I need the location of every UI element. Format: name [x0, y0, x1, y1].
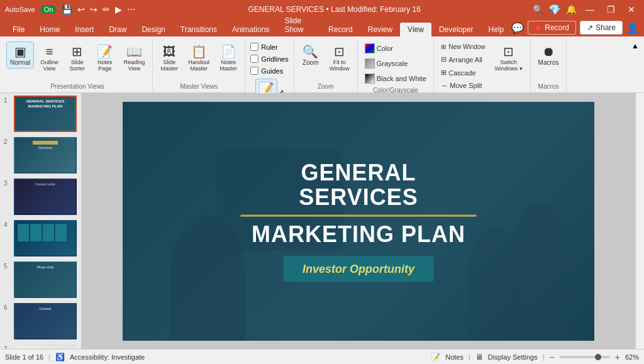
slide-img-5[interactable]: Photo slide [14, 262, 77, 298]
ribbon-collapse-btn[interactable]: ▲ [629, 39, 641, 92]
tab-help[interactable]: Help [481, 23, 512, 36]
guides-checkbox[interactable] [250, 67, 258, 75]
slide-thumb-1[interactable]: 1 GENERAL SERVICESMARKETING PLAN [0, 93, 81, 135]
tab-review[interactable]: Review [360, 23, 400, 36]
presentation-views-items: ▣ Normal ≡ OutlineView ⊞ SlideSorter 📝 N… [6, 40, 148, 83]
slide-thumb-4[interactable]: 4 [0, 218, 81, 259]
macros-btn[interactable]: ⏺ Macros [535, 41, 563, 69]
ribbon-group-color-grayscale: Color Grayscale Black and White Color/Gr… [358, 39, 434, 92]
fit-to-window-btn[interactable]: ⊡ Fit toWindow [326, 41, 353, 74]
move-split-btn[interactable]: ↔ Move Split [438, 80, 488, 91]
tab-file[interactable]: File [5, 23, 32, 36]
minimize-btn[interactable]: — [582, 3, 598, 16]
record-button[interactable]: ⏺ Record [528, 21, 576, 35]
cascade-btn[interactable]: ⊞ Cascade [438, 67, 488, 79]
slide-4-content [15, 221, 75, 244]
notes-page-btn[interactable]: 📝 NotesPage [92, 41, 118, 74]
grayscale-btn[interactable]: Grayscale [362, 57, 411, 70]
user-icon[interactable]: 👤 [626, 22, 639, 34]
slide-canvas[interactable]: GENERAL SERVICES MARKETING PLAN Investor… [123, 102, 594, 341]
tab-slideshow[interactable]: Slide Show [277, 14, 321, 36]
tab-insert[interactable]: Insert [67, 23, 101, 36]
slide-thumb-2[interactable]: 2 Overview [0, 135, 81, 176]
switch-windows-icon: ⊡ [503, 44, 514, 59]
zoom-slider[interactable] [560, 356, 610, 358]
slide-sorter-btn[interactable]: ⊞ SlideSorter [65, 41, 90, 74]
zoom-icon: 🔍 [303, 44, 318, 59]
display-settings-label[interactable]: Display Settings [488, 353, 538, 361]
tab-home[interactable]: Home [32, 23, 67, 36]
accessibility-label[interactable]: Accessibility: Investigate [70, 353, 145, 361]
title-bar: AutoSave On 💾 ↩ ↪ ✏ ▶ ⋯ GENERAL SERVICES… [0, 0, 644, 19]
gridlines-checkbox[interactable] [250, 55, 258, 63]
slide-img-2[interactable]: Overview [14, 137, 77, 174]
slide-num-1: 1 [4, 96, 11, 104]
presentation-title: GENERAL SERVICES • Last Modified: Februa… [136, 5, 533, 14]
new-window-icon: ⊞ [441, 43, 446, 50]
ruler-checkbox-label[interactable]: Ruler [249, 41, 279, 52]
redo-icon[interactable]: ↪ [90, 4, 97, 14]
slide-panel: 1 GENERAL SERVICESMARKETING PLAN 2 Overv… [0, 93, 82, 349]
zoom-in-btn[interactable]: + [615, 352, 620, 362]
status-sep-3: | [543, 353, 545, 361]
new-window-btn[interactable]: ⊞ New Window [438, 41, 488, 52]
arrange-all-btn[interactable]: ⊟ Arrange All [438, 53, 488, 65]
search-icon[interactable]: 🔍 [533, 4, 543, 14]
comments-icon[interactable]: 💬 [511, 22, 524, 34]
ruler-checkbox[interactable] [250, 43, 258, 51]
slide-num-2: 2 [4, 137, 11, 145]
slide-thumb-3[interactable]: 3 Content slide [0, 176, 81, 218]
pen-icon[interactable]: ✏ [103, 4, 110, 14]
right-scrollbar[interactable] [635, 93, 644, 349]
reading-view-btn[interactable]: 📖 ReadingView [120, 41, 149, 74]
bw-swatch [365, 74, 375, 84]
bell-icon[interactable]: 🔔 [566, 4, 577, 14]
normal-view-btn[interactable]: ▣ Normal [6, 41, 34, 69]
autosave-state: On [44, 6, 53, 13]
switch-windows-btn[interactable]: ⊡ SwitchWindows ▾ [491, 41, 526, 74]
slide-img-6[interactable]: Content [14, 303, 77, 339]
autosave-toggle[interactable]: On [40, 5, 57, 14]
black-white-btn[interactable]: Black and White [362, 72, 430, 85]
outline-view-btn[interactable]: ≡ OutlineView [36, 41, 62, 74]
handout-master-btn[interactable]: 📋 HandoutMaster [184, 41, 213, 74]
slide-thumb-6[interactable]: 6 Content [0, 301, 81, 342]
tab-design[interactable]: Design [134, 23, 172, 36]
tab-record[interactable]: Record [321, 23, 360, 36]
slide-thumb-7[interactable]: 7 Content [0, 342, 81, 349]
diamond-icon[interactable]: 💎 [548, 4, 561, 16]
guides-checkbox-label[interactable]: Guides [249, 65, 284, 76]
notes-label[interactable]: Notes [445, 353, 464, 361]
tab-animations[interactable]: Animations [225, 23, 277, 36]
slide-img-4[interactable] [14, 220, 77, 256]
ribbon-group-show: Ruler Gridlines Guides 📝 Notes ↗ Show [245, 39, 294, 92]
autosave-label: AutoSave [5, 6, 35, 13]
tab-developer[interactable]: Developer [431, 23, 481, 36]
slide-thumb-5[interactable]: 5 Photo slide [0, 259, 81, 301]
color-btn[interactable]: Color [362, 41, 396, 55]
maximize-btn[interactable]: ❐ [603, 3, 619, 16]
slide-img-3[interactable]: Content slide [14, 179, 77, 215]
more-icon[interactable]: ⋯ [127, 4, 136, 14]
save-icon[interactable]: 💾 [62, 4, 72, 14]
slide-img-1[interactable]: GENERAL SERVICESMARKETING PLAN [14, 96, 77, 132]
slide-img-7[interactable]: Content [14, 345, 77, 349]
slide-2-content: Overview [15, 138, 75, 153]
slide-master-btn[interactable]: 🖼 SlideMaster [157, 41, 182, 74]
tab-transitions[interactable]: Transitions [173, 23, 225, 36]
share-button[interactable]: ↗ Share [580, 21, 623, 35]
close-btn[interactable]: ✕ [624, 3, 639, 16]
slide-num-6: 6 [4, 303, 11, 311]
zoom-btn[interactable]: 🔍 Zoom [298, 41, 323, 69]
zoom-out-btn[interactable]: − [550, 352, 555, 362]
notes-master-btn[interactable]: 📄 NotesMaster [216, 41, 241, 74]
slide-badge[interactable]: Investor Opportunity [284, 256, 433, 282]
move-split-icon: ↔ [441, 82, 448, 89]
gridlines-checkbox-label[interactable]: Gridlines [249, 53, 289, 64]
present-icon[interactable]: ▶ [115, 4, 122, 14]
status-right: 📝 Notes | 🖥 Display Settings | − + 62% [431, 352, 639, 362]
tab-draw[interactable]: Draw [101, 23, 134, 36]
undo-icon[interactable]: ↩ [77, 4, 85, 14]
tab-view[interactable]: View [400, 23, 431, 36]
zoom-percent[interactable]: 62% [625, 353, 639, 361]
